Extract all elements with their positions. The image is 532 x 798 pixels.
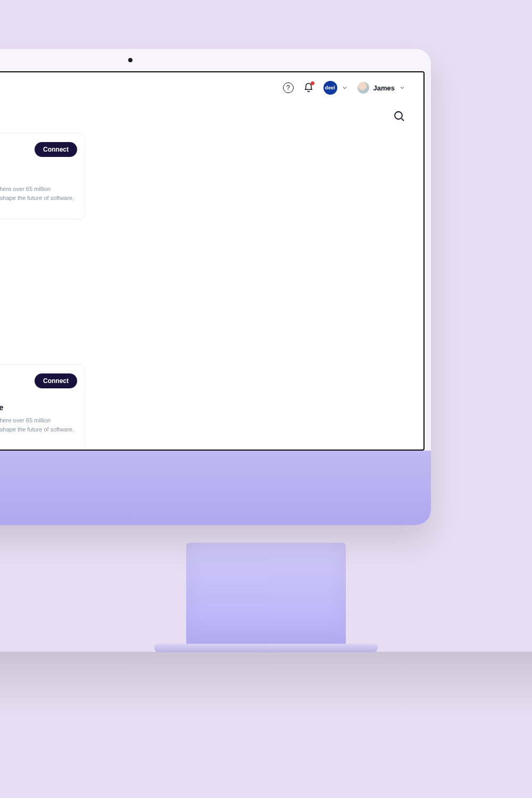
card-title: MS Azure [0, 403, 77, 412]
floor-shadow [0, 652, 532, 716]
integrations-grid: Connect Google Cloud GitHub is where ove… [0, 133, 423, 450]
monitor-stand [186, 543, 346, 649]
user-name: James [373, 84, 395, 92]
chevron-down-icon [342, 85, 348, 91]
notification-dot-icon [311, 81, 314, 85]
integration-card: Connect MS Azure GitHub is where over 65… [0, 364, 85, 450]
connect-button[interactable]: Connect [35, 373, 77, 388]
camera-dot [128, 58, 132, 62]
help-button[interactable]: ? [283, 82, 294, 93]
grid-row: aws Connected Last Sync: Feb 15, 20:00 [0, 364, 405, 450]
help-icon: ? [283, 82, 294, 93]
org-badge: deel [323, 81, 337, 95]
search-icon[interactable] [393, 110, 405, 122]
search-row [0, 103, 423, 133]
topbar: ? deel James [0, 72, 423, 103]
app: ? deel James [0, 72, 423, 450]
grid-row: Connect Google Cloud GitHub is where ove… [0, 249, 405, 335]
notifications-button[interactable] [303, 82, 314, 93]
monitor-chin [0, 451, 431, 525]
card-title: GitHub [0, 172, 77, 180]
card-description: GitHub is where over 65 million develope… [0, 416, 77, 443]
card-description: GitHub is where over 65 million develope… [0, 185, 77, 211]
bezel [0, 49, 431, 71]
user-menu[interactable]: James [358, 82, 405, 94]
org-switcher[interactable]: deel [323, 81, 348, 95]
chevron-down-icon [399, 85, 405, 91]
svg-point-0 [395, 112, 402, 119]
integration-card: Connect GitHub GitHub is where over 65 m… [0, 133, 85, 219]
monitor-base [154, 644, 378, 652]
avatar [358, 82, 369, 94]
connect-button[interactable]: Connect [35, 142, 77, 157]
monitor-frame: ? deel James [0, 49, 431, 525]
grid-row: Connect Google Cloud GitHub is where ove… [0, 133, 405, 219]
screen: ? deel James [0, 71, 425, 451]
